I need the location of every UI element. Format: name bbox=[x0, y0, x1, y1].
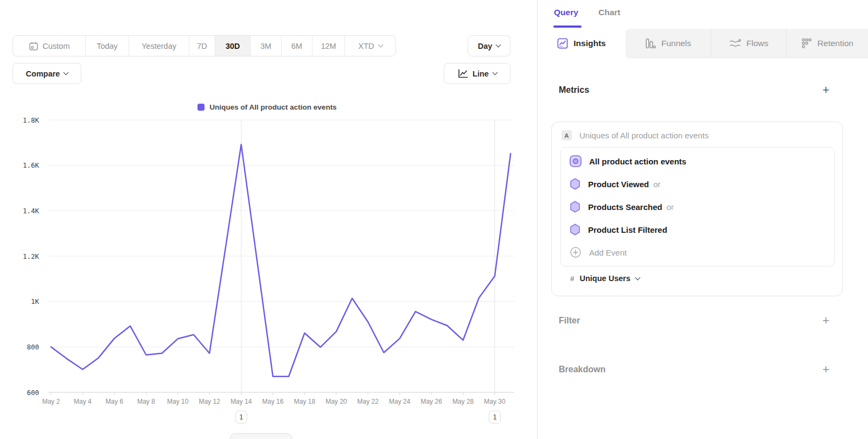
add-metric-button[interactable]: + bbox=[822, 85, 829, 96]
date-range-7d[interactable]: 7D bbox=[189, 36, 215, 56]
tab-funnels[interactable]: Funnels bbox=[626, 29, 711, 58]
y-axis-tick-label: 600 bbox=[27, 389, 39, 397]
date-range-yesterday[interactable]: Yesterday bbox=[129, 36, 189, 56]
y-axis-tick-label: 1K bbox=[31, 297, 40, 306]
report-type-tabs: Insights Funnels Flows bbox=[538, 29, 868, 58]
x-axis-tick-label: May 14 bbox=[231, 398, 252, 405]
x-axis-tick-label: May 4 bbox=[74, 398, 92, 405]
date-range-30d[interactable]: 30D bbox=[215, 36, 250, 56]
date-range-today[interactable]: Today bbox=[85, 36, 129, 56]
x-axis-tick-label: May 28 bbox=[452, 398, 474, 405]
annotation-badge-label: 1 bbox=[493, 413, 497, 421]
add-breakdown-button[interactable]: + bbox=[822, 364, 829, 375]
event-name: Product Viewed bbox=[588, 180, 649, 189]
x-axis-tick-label: May 16 bbox=[262, 398, 284, 405]
app-root: Custom Today Yesterday 7D 30D 3M 6M 12M … bbox=[0, 0, 868, 439]
hexagon-icon bbox=[570, 178, 580, 190]
y-axis-tick-label: 1.8K bbox=[23, 116, 40, 124]
tab-retention[interactable]: Retention bbox=[786, 29, 868, 58]
x-axis-tick-label: May 20 bbox=[326, 398, 347, 405]
all-events-icon bbox=[570, 155, 582, 167]
event-row-product-list-filtered[interactable]: Product List Filtered bbox=[561, 218, 834, 241]
metric-group-card: A Uniques of All product action events A… bbox=[551, 122, 843, 296]
event-name: Products Searched bbox=[588, 202, 662, 212]
x-axis-tick-label: May 12 bbox=[199, 398, 220, 405]
metric-group-header: A Uniques of All product action events bbox=[552, 122, 843, 141]
tab-chart[interactable]: Chart bbox=[598, 8, 620, 17]
x-axis-tick-label: May 30 bbox=[484, 398, 506, 405]
event-row-product-viewed[interactable]: Product Viewed or bbox=[561, 173, 834, 195]
add-filter-button[interactable]: + bbox=[822, 315, 829, 326]
x-axis-tick-label: May 6 bbox=[106, 398, 124, 405]
add-event-button[interactable]: Add Event bbox=[561, 241, 834, 264]
y-axis-tick-label: 1.6K bbox=[23, 161, 40, 169]
series-line bbox=[51, 144, 510, 377]
granularity-dropdown[interactable]: Day bbox=[468, 35, 510, 56]
tab-query[interactable]: Query bbox=[554, 8, 578, 17]
annotation-badge-label: 1 bbox=[239, 413, 244, 421]
tab-flows[interactable]: Flows bbox=[711, 29, 786, 58]
hexagon-icon bbox=[570, 201, 580, 213]
annotation-popover-partial[interactable] bbox=[230, 434, 292, 439]
event-operator: or bbox=[653, 180, 660, 189]
date-range-6m[interactable]: 6M bbox=[281, 36, 312, 56]
x-axis-tick-label: May 10 bbox=[167, 398, 189, 405]
x-axis-tick-label: May 18 bbox=[294, 398, 316, 405]
funnels-icon bbox=[645, 38, 656, 49]
active-tab-underline bbox=[553, 26, 582, 28]
aggregation-dropdown[interactable]: # Unique Users bbox=[570, 274, 843, 283]
date-range-xtd[interactable]: XTD bbox=[344, 36, 395, 56]
x-axis-tick-label: May 8 bbox=[137, 398, 155, 405]
tab-insights[interactable]: Insights bbox=[538, 29, 626, 58]
date-range-12m[interactable]: 12M bbox=[312, 36, 344, 56]
x-axis-tick-label: May 2 bbox=[42, 398, 60, 405]
chevron-down-icon bbox=[63, 69, 69, 75]
metrics-title: Metrics bbox=[559, 85, 589, 95]
chevron-down-icon bbox=[492, 69, 497, 75]
compare-dropdown[interactable]: Compare bbox=[12, 63, 81, 84]
x-axis-tick-label: May 22 bbox=[358, 398, 379, 405]
line-chart-icon bbox=[457, 69, 468, 79]
number-icon: # bbox=[570, 275, 575, 283]
y-axis-tick-label: 800 bbox=[27, 343, 39, 351]
date-range-custom[interactable]: Custom bbox=[13, 36, 85, 56]
metric-group-title: Uniques of All product action events bbox=[579, 131, 709, 140]
chevron-down-icon bbox=[635, 275, 641, 281]
event-row-all-product-actions[interactable]: All product action events bbox=[561, 150, 834, 173]
event-name: All product action events bbox=[589, 157, 686, 166]
metric-letter-badge: A bbox=[561, 130, 572, 141]
flows-icon bbox=[729, 39, 741, 48]
y-axis-tick-label: 1.2K bbox=[23, 252, 40, 260]
event-row-products-searched[interactable]: Products Searched or bbox=[561, 195, 834, 218]
event-operator: or bbox=[667, 202, 674, 212]
chart-type-dropdown[interactable]: Line bbox=[444, 63, 510, 84]
y-axis-tick-label: 1.4K bbox=[23, 207, 40, 215]
filter-title: Filter bbox=[559, 316, 580, 326]
x-axis-tick-label: May 24 bbox=[389, 398, 411, 405]
calendar-icon bbox=[29, 41, 39, 51]
x-axis-tick-label: May 26 bbox=[420, 398, 442, 405]
line-chart: 1.8K1.6K1.4K1.2K1K800600May 2May 4May 6M… bbox=[0, 98, 534, 439]
chevron-down-icon bbox=[496, 42, 501, 47]
date-range-segmented-control: Custom Today Yesterday 7D 30D 3M 6M 12M … bbox=[12, 35, 396, 56]
event-name: Product List Filtered bbox=[588, 225, 667, 234]
date-range-label: Custom bbox=[43, 42, 70, 50]
date-range-3m[interactable]: 3M bbox=[250, 36, 281, 56]
event-list-card: All product action events Product Viewed… bbox=[560, 147, 835, 266]
add-event-label: Add Event bbox=[589, 248, 627, 257]
add-circle-icon bbox=[570, 246, 582, 258]
retention-icon bbox=[801, 38, 812, 49]
chevron-down-icon bbox=[378, 42, 383, 47]
insights-icon bbox=[557, 38, 568, 49]
hexagon-icon bbox=[570, 224, 580, 236]
panel-divider bbox=[537, 0, 538, 439]
breakdown-title: Breakdown bbox=[559, 365, 605, 374]
